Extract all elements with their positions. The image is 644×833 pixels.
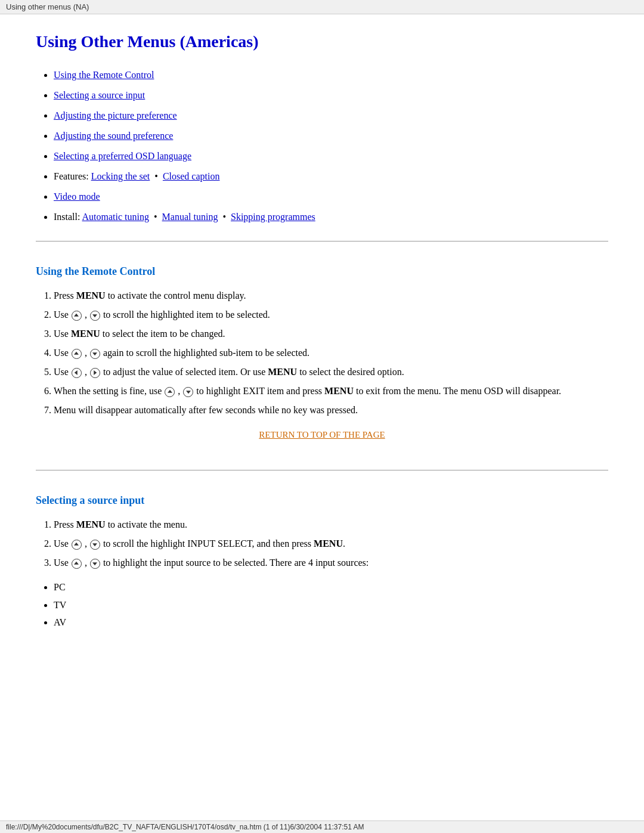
install-label: Install: — [54, 212, 82, 222]
up-arrow-icon — [165, 387, 175, 397]
toc-link-sound[interactable]: Adjusting the sound preference — [54, 131, 173, 141]
toc-link-locking[interactable]: Locking the set — [91, 171, 150, 181]
divider — [36, 241, 608, 241]
toc-link-source[interactable]: Selecting a source input — [54, 90, 145, 100]
list-item: Adjusting the sound preference — [54, 126, 608, 145]
toc-link-caption[interactable]: Closed caption — [163, 171, 220, 181]
list-item: Use MENU to select the item to be change… — [54, 327, 608, 341]
list-item: Use , to scroll the highlight INPUT SELE… — [54, 537, 608, 551]
list-item: Using the Remote Control — [54, 66, 608, 85]
remote-control-section: Using the Remote Control Press MENU to a… — [36, 253, 608, 458]
toc-link-language[interactable]: Selecting a preferred OSD language — [54, 151, 191, 161]
source-input-heading: Selecting a source input — [36, 494, 608, 507]
list-item: Adjusting the picture preference — [54, 106, 608, 125]
list-item: Selecting a source input — [54, 86, 608, 105]
down-arrow-icon — [90, 540, 100, 550]
status-bar-text: file:///D|/My%20documents/dfu/B2C_TV_NAF… — [6, 823, 364, 831]
return-to-top: RETURN TO TOP OF THE PAGE — [36, 429, 608, 440]
up-arrow-icon — [72, 540, 82, 550]
left-arrow-icon — [72, 368, 82, 378]
status-bar: file:///D|/My%20documents/dfu/B2C_TV_NAF… — [0, 820, 644, 833]
tab-title: Using other menus (NA) — [6, 2, 89, 11]
toc-link-video[interactable]: Video mode — [54, 191, 100, 202]
divider — [36, 470, 608, 470]
bullet-separator: • — [154, 212, 160, 222]
list-item: Menu will disappear automatically after … — [54, 403, 608, 417]
list-item: Install: Automatic tuning • Manual tunin… — [54, 208, 608, 227]
list-item: Press MENU to activate the menu. — [54, 518, 608, 532]
return-to-top-link[interactable]: RETURN TO TOP OF THE PAGE — [259, 430, 385, 439]
up-arrow-icon — [72, 311, 82, 321]
bullet-separator: • — [154, 171, 160, 181]
browser-tab: Using other menus (NA) — [0, 0, 644, 14]
down-arrow-icon — [90, 311, 100, 321]
toc-link-remote[interactable]: Using the Remote Control — [54, 70, 154, 80]
list-item: Video mode — [54, 187, 608, 206]
list-item: Features: Locking the set • Closed capti… — [54, 167, 608, 186]
page-content: Using Other Menus (Americas) Using the R… — [0, 14, 644, 684]
toc-link-skipping[interactable]: Skipping programmes — [231, 212, 315, 222]
menu-keyword: MENU — [76, 519, 106, 529]
list-item: PC — [54, 580, 608, 595]
menu-keyword: MENU — [71, 329, 100, 339]
list-item: Use , to scroll the highlighted item to … — [54, 308, 608, 322]
source-list: PC TV AV — [36, 580, 608, 630]
source-input-steps: Press MENU to activate the menu. Use , t… — [36, 518, 608, 570]
list-item: Use , again to scroll the highlighted su… — [54, 346, 608, 360]
list-item: Selecting a preferred OSD language — [54, 147, 608, 166]
list-item: TV — [54, 597, 608, 613]
list-item: Use , to highlight the input source to b… — [54, 556, 608, 570]
list-item: Use , to adjust the value of selected it… — [54, 365, 608, 379]
right-arrow-icon — [90, 368, 100, 378]
toc-link-picture[interactable]: Adjusting the picture preference — [54, 110, 177, 120]
down-arrow-icon — [183, 387, 193, 397]
bullet-separator: • — [222, 212, 228, 222]
toc-link-manual-tuning[interactable]: Manual tuning — [162, 212, 218, 222]
list-item: Press MENU to activate the control menu … — [54, 289, 608, 303]
toc-link-auto-tuning[interactable]: Automatic tuning — [82, 212, 149, 222]
menu-keyword: MENU — [324, 386, 354, 396]
remote-control-heading: Using the Remote Control — [36, 265, 608, 278]
features-label: Features: — [54, 171, 91, 181]
remote-control-steps: Press MENU to activate the control menu … — [36, 289, 608, 417]
table-of-contents: Using the Remote Control Selecting a sou… — [36, 66, 608, 227]
menu-keyword: MENU — [76, 290, 106, 301]
list-item: When the setting is fine, use , to highl… — [54, 384, 608, 398]
source-input-section: Selecting a source input Press MENU to a… — [36, 482, 608, 642]
list-item: AV — [54, 615, 608, 630]
menu-keyword: MENU — [268, 367, 297, 377]
up-arrow-icon — [72, 559, 82, 569]
down-arrow-icon — [90, 559, 100, 569]
down-arrow-icon — [90, 349, 100, 359]
menu-keyword: MENU — [314, 538, 343, 549]
page-title: Using Other Menus (Americas) — [36, 32, 608, 51]
up-arrow-icon — [72, 349, 82, 359]
